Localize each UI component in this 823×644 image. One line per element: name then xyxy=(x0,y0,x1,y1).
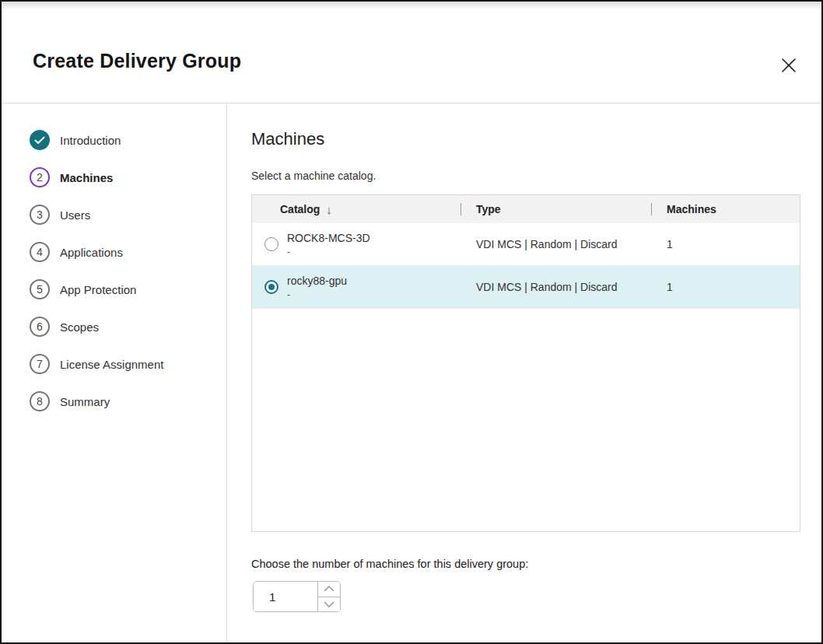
select-catalog-instruction: Select a machine catalog. xyxy=(251,170,800,182)
step-circle-completed xyxy=(30,130,50,150)
step-item-app-protection[interactable]: 5 App Protection xyxy=(30,279,226,299)
radio-dot xyxy=(268,284,275,290)
radio-selected-icon[interactable] xyxy=(264,280,278,294)
close-icon xyxy=(780,57,797,74)
catalog-cell: rocky88-gpu - xyxy=(252,274,461,301)
step-item-applications[interactable]: 4 Applications xyxy=(30,242,226,262)
table-row-rock8-mcs-3d[interactable]: ROCK8-MCS-3D - VDI MCS | Random | Discar… xyxy=(252,223,800,266)
step-label: Scopes xyxy=(60,320,99,334)
column-header-machines[interactable]: Machines xyxy=(651,195,800,223)
step-label: Machines xyxy=(60,171,113,184)
radio-unselected-icon[interactable] xyxy=(264,237,278,251)
column-header-type[interactable]: Type xyxy=(461,195,651,223)
catalog-sub: - xyxy=(287,289,347,301)
page-title: Machines xyxy=(251,129,800,149)
step-number: 7 xyxy=(37,358,43,370)
step-circle: 3 xyxy=(30,205,50,225)
catalog-sub: - xyxy=(287,246,370,258)
catalog-text: ROCK8-MCS-3D - xyxy=(287,231,370,258)
catalog-name: ROCK8-MCS-3D xyxy=(287,231,370,246)
main-panel: Machines Select a machine catalog. Catal… xyxy=(227,103,823,642)
spin-down-icon xyxy=(324,601,334,607)
table-header-row: Catalog ↓ Type Machines xyxy=(252,195,800,223)
table-empty-area xyxy=(252,309,800,531)
check-icon xyxy=(34,136,45,145)
machine-count-spinner xyxy=(253,581,341,612)
sort-desc-icon: ↓ xyxy=(326,203,332,216)
type-cell: VDI MCS | Random | Discard xyxy=(461,238,651,250)
step-number: 5 xyxy=(37,283,43,296)
type-cell: VDI MCS | Random | Discard xyxy=(461,281,651,293)
step-circle: 2 xyxy=(30,167,50,187)
catalog-cell: ROCK8-MCS-3D - xyxy=(252,231,461,258)
machine-count-section: Choose the number of machines for this d… xyxy=(251,558,800,612)
machines-cell: 1 xyxy=(651,281,800,293)
step-number: 4 xyxy=(37,246,43,258)
step-circle: 5 xyxy=(30,279,50,299)
step-label: Applications xyxy=(60,246,123,259)
spinner-buttons xyxy=(317,582,340,611)
wizard-steps-sidebar: Introduction 2 Machines 3 Users 4 Applic… xyxy=(2,103,227,642)
step-label: Users xyxy=(60,208,90,222)
dialog-title: Create Delivery Group xyxy=(33,50,241,72)
step-item-machines[interactable]: 2 Machines xyxy=(30,167,226,187)
step-circle: 7 xyxy=(30,354,50,374)
machine-count-input[interactable] xyxy=(254,582,317,611)
dialog-body: Introduction 2 Machines 3 Users 4 Applic… xyxy=(2,103,821,642)
catalog-name: rocky88-gpu xyxy=(287,274,347,289)
column-header-label: Machines xyxy=(667,203,716,215)
step-label: Summary xyxy=(60,395,110,408)
spin-up-button[interactable] xyxy=(318,582,340,597)
table-row-rocky88-gpu[interactable]: rocky88-gpu - VDI MCS | Random | Discard… xyxy=(252,266,800,309)
step-number: 2 xyxy=(37,171,43,184)
step-circle: 4 xyxy=(30,242,50,262)
step-number: 3 xyxy=(37,208,43,221)
step-number: 8 xyxy=(37,395,43,408)
spin-up-icon xyxy=(324,586,334,592)
step-label: Introduction xyxy=(60,134,121,147)
column-header-label: Type xyxy=(476,203,501,215)
step-item-scopes[interactable]: 6 Scopes xyxy=(30,317,226,337)
step-number: 6 xyxy=(37,320,43,333)
machine-count-label: Choose the number of machines for this d… xyxy=(251,558,800,570)
step-circle: 6 xyxy=(30,317,50,337)
machines-cell: 1 xyxy=(651,238,800,250)
dialog-header: Create Delivery Group xyxy=(2,2,821,103)
step-item-license-assignment[interactable]: 7 License Assignment xyxy=(30,354,226,374)
step-item-summary[interactable]: 8 Summary xyxy=(30,391,226,411)
spin-down-button[interactable] xyxy=(318,597,340,612)
step-circle: 8 xyxy=(30,391,50,411)
machine-catalog-table: Catalog ↓ Type Machines ROCK8-MCS-3D xyxy=(251,194,800,532)
column-header-catalog[interactable]: Catalog ↓ xyxy=(252,195,461,223)
step-item-introduction[interactable]: Introduction xyxy=(30,130,226,150)
create-delivery-group-dialog: Create Delivery Group Introduction 2 xyxy=(0,0,823,644)
step-label: App Protection xyxy=(60,283,136,296)
column-header-label: Catalog xyxy=(280,203,320,215)
step-label: License Assignment xyxy=(60,358,163,371)
step-item-users[interactable]: 3 Users xyxy=(30,205,226,225)
catalog-text: rocky88-gpu - xyxy=(287,274,347,301)
close-button[interactable] xyxy=(776,53,801,78)
